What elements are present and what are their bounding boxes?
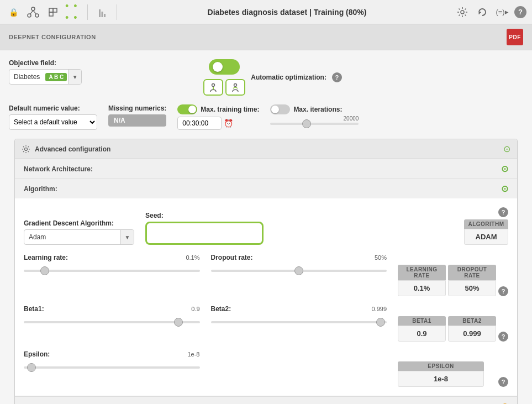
auto-optimization-label: Automatic optimization:	[251, 74, 326, 81]
beta2-slider[interactable]	[211, 321, 387, 323]
default-numeric-group: Default numeric value: Select a default …	[9, 104, 97, 130]
svg-rect-5	[49, 8, 53, 12]
auto-optimization-toggle[interactable]	[209, 59, 240, 75]
seed-input-wrapper	[145, 222, 264, 245]
dropout-summary-header: DROPOUT RATE	[448, 265, 496, 280]
refresh-icon[interactable]	[475, 4, 490, 20]
algorithm-summary-header: ALGORITHM	[464, 219, 508, 229]
gradient-value: Adam	[24, 233, 120, 241]
settings-icon[interactable]	[455, 4, 470, 20]
svg-point-12	[212, 84, 215, 87]
advanced-section: Advanced configuration ⊙ Network Archite…	[14, 139, 518, 404]
epsilon-value: 1e-8	[187, 351, 199, 358]
beta1-slider[interactable]	[24, 321, 200, 323]
advanced-header[interactable]: Advanced configuration ⊙	[15, 139, 517, 159]
dropout-label: Dropout rate:	[211, 254, 253, 261]
lr-summary-value: 0.1%	[398, 280, 446, 296]
training-time-toggle[interactable]	[177, 104, 197, 114]
time-input-row: ⏰	[177, 117, 259, 130]
lr-dropout-row: Learning rate: 0.1% Dropout rate: 50%	[24, 254, 508, 296]
default-numeric-select[interactable]: Select a default value	[9, 114, 97, 130]
gradient-arrow[interactable]: ▼	[120, 230, 134, 244]
network-architecture-header[interactable]: Network Architecture: ⊙	[15, 159, 517, 179]
epsilon-help[interactable]: ?	[498, 377, 508, 387]
network-architecture-label: Network Architecture:	[24, 165, 93, 173]
toolbar: 🔒 • • • • Diabetes diagnosis dataset | T…	[0, 0, 532, 24]
lr-dropout-summary: LEARNING RATE 0.1% DROPOUT RATE 50% ?	[398, 254, 508, 296]
epsilon-slider[interactable]	[24, 366, 200, 369]
max-iter-slider[interactable]	[270, 123, 359, 125]
algorithm-header[interactable]: Algorithm: ⊙	[15, 179, 517, 198]
svg-rect-8	[99, 9, 101, 17]
weights-header[interactable]: Weights: ⊙	[15, 397, 517, 404]
advanced-collapse-icon[interactable]: ⊙	[503, 144, 510, 154]
epsilon-section: Epsilon: 1e-8	[24, 350, 200, 387]
svg-rect-7	[49, 12, 53, 16]
dropout-header: Dropout rate: 50%	[211, 254, 387, 261]
lr-slider[interactable]	[24, 270, 200, 272]
weights-section: Weights: ⊙	[15, 396, 517, 404]
objective-field-arrow[interactable]: ▼	[68, 70, 81, 84]
missing-numerics-label: Missing numerics:	[108, 104, 166, 112]
svg-point-2	[35, 14, 39, 17]
algorithm-summary-box: ALGORITHM ADAM	[464, 219, 508, 245]
dropout-section: Dropout rate: 50%	[211, 254, 387, 296]
section-header: DEEPNET CONFIGURATION PDF	[0, 24, 532, 50]
svg-line-3	[30, 11, 34, 14]
seed-label: Seed:	[145, 212, 264, 219]
epsilon-header: Epsilon: 1e-8	[24, 350, 200, 358]
toolbar-right: (=)▸ ?	[455, 4, 526, 20]
epsilon-row: Epsilon: 1e-8 EPSILON 1	[24, 350, 508, 387]
svg-point-0	[31, 7, 35, 11]
beta2-section: Beta2: 0.999	[211, 305, 387, 342]
algo-help[interactable]: ?	[498, 207, 508, 217]
svg-point-14	[234, 84, 237, 87]
beta2-value: 0.999	[371, 306, 387, 312]
weights-collapse-icon[interactable]: ⊙	[501, 401, 508, 404]
beta-help[interactable]: ?	[498, 332, 508, 342]
algorithm-collapse-icon[interactable]: ⊙	[501, 183, 508, 194]
objective-field-select[interactable]: Diabetes A B C ▼	[9, 69, 82, 85]
lr-section: Learning rate: 0.1%	[24, 254, 200, 296]
beta2-summary-header: BETA2	[448, 316, 496, 326]
help-icon[interactable]: ?	[514, 6, 526, 18]
lr-slider-container	[24, 266, 200, 274]
gradient-seed-row: Gradient Descent Algorithm: Adam ▼ Seed:	[24, 207, 508, 245]
separator2	[117, 4, 117, 20]
dots-icon[interactable]: • • • •	[65, 4, 81, 20]
network-icon[interactable]	[25, 4, 41, 20]
auto-icon-btn[interactable]	[225, 79, 245, 96]
formula-icon[interactable]: (=)▸	[494, 4, 510, 20]
auto-optimization-group: Automatic optimization: ?	[203, 59, 342, 96]
lr-label: Learning rate:	[24, 254, 68, 261]
network-collapse-icon[interactable]: ⊙	[501, 164, 508, 174]
config-area: Objective field: Diabetes A B C ▼	[0, 50, 532, 404]
seed-input[interactable]	[149, 225, 260, 241]
default-numeric-label: Default numeric value:	[9, 104, 97, 112]
icon-toggle-row	[203, 79, 245, 96]
lock-icon[interactable]: 🔒	[6, 4, 21, 20]
epsilon-slider-container	[24, 363, 200, 370]
svg-point-11	[461, 11, 464, 14]
seed-group: Seed:	[145, 212, 264, 245]
time-field[interactable]	[177, 117, 222, 130]
summary-top: ? ALGORITHM ADAM	[464, 207, 508, 245]
auto-opt-help[interactable]: ?	[332, 72, 342, 82]
section-title: DEEPNET CONFIGURATION	[9, 34, 96, 40]
row-objective: Objective field: Diabetes A B C ▼	[9, 59, 523, 96]
max-iter-toggle[interactable]	[270, 104, 290, 114]
max-iterations-group: Max. iterations: 20000	[270, 104, 359, 125]
bar-chart-icon[interactable]	[94, 4, 110, 20]
missing-numerics-group: Missing numerics: N/A	[108, 104, 166, 127]
algorithm-summary-value: ADAM	[464, 229, 508, 245]
pdf-button[interactable]: PDF	[507, 29, 523, 45]
layers-icon[interactable]	[45, 4, 61, 20]
toggle-knob	[213, 62, 223, 72]
lr-help[interactable]: ?	[498, 286, 508, 296]
max-iterations-label: Max. iterations:	[293, 106, 342, 113]
epsilon-summary: EPSILON 1e-8 ?	[398, 350, 508, 387]
manual-icon-btn[interactable]	[203, 79, 223, 96]
dropout-slider[interactable]	[211, 270, 387, 272]
advanced-config-label: Advanced configuration	[35, 145, 110, 153]
gradient-select[interactable]: Adam ▼	[24, 229, 134, 245]
